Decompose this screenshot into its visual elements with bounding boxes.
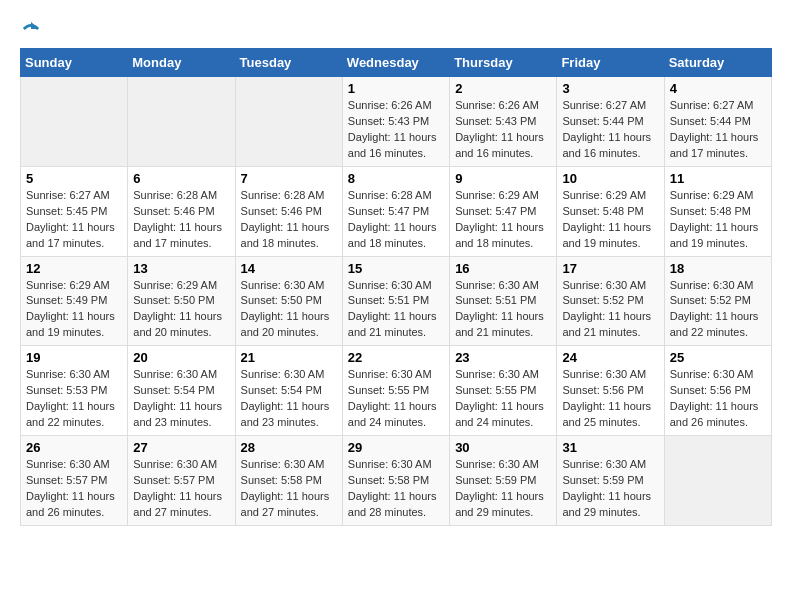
calendar-cell: 11Sunrise: 6:29 AMSunset: 5:48 PMDayligh… [664, 166, 771, 256]
day-info: Sunrise: 6:30 AMSunset: 5:50 PMDaylight:… [241, 278, 337, 342]
day-info: Sunrise: 6:30 AMSunset: 5:58 PMDaylight:… [241, 457, 337, 521]
day-number: 13 [133, 261, 229, 276]
day-info: Sunrise: 6:30 AMSunset: 5:59 PMDaylight:… [455, 457, 551, 521]
column-header-wednesday: Wednesday [342, 49, 449, 77]
calendar-cell: 4Sunrise: 6:27 AMSunset: 5:44 PMDaylight… [664, 77, 771, 167]
calendar-cell: 15Sunrise: 6:30 AMSunset: 5:51 PMDayligh… [342, 256, 449, 346]
day-number: 24 [562, 350, 658, 365]
calendar-cell: 30Sunrise: 6:30 AMSunset: 5:59 PMDayligh… [450, 436, 557, 526]
calendar-cell: 24Sunrise: 6:30 AMSunset: 5:56 PMDayligh… [557, 346, 664, 436]
day-number: 28 [241, 440, 337, 455]
day-number: 16 [455, 261, 551, 276]
day-info: Sunrise: 6:29 AMSunset: 5:48 PMDaylight:… [562, 188, 658, 252]
logo-icon [22, 20, 40, 38]
day-number: 6 [133, 171, 229, 186]
calendar-cell: 3Sunrise: 6:27 AMSunset: 5:44 PMDaylight… [557, 77, 664, 167]
calendar-cell: 13Sunrise: 6:29 AMSunset: 5:50 PMDayligh… [128, 256, 235, 346]
day-number: 4 [670, 81, 766, 96]
calendar-week-row: 19Sunrise: 6:30 AMSunset: 5:53 PMDayligh… [21, 346, 772, 436]
column-header-monday: Monday [128, 49, 235, 77]
calendar-header-row: SundayMondayTuesdayWednesdayThursdayFrid… [21, 49, 772, 77]
day-number: 31 [562, 440, 658, 455]
calendar-cell [235, 77, 342, 167]
day-number: 22 [348, 350, 444, 365]
day-info: Sunrise: 6:30 AMSunset: 5:56 PMDaylight:… [670, 367, 766, 431]
calendar-cell: 27Sunrise: 6:30 AMSunset: 5:57 PMDayligh… [128, 436, 235, 526]
calendar-cell: 10Sunrise: 6:29 AMSunset: 5:48 PMDayligh… [557, 166, 664, 256]
day-info: Sunrise: 6:30 AMSunset: 5:52 PMDaylight:… [670, 278, 766, 342]
day-number: 29 [348, 440, 444, 455]
calendar-cell: 5Sunrise: 6:27 AMSunset: 5:45 PMDaylight… [21, 166, 128, 256]
day-info: Sunrise: 6:30 AMSunset: 5:57 PMDaylight:… [133, 457, 229, 521]
calendar-cell: 26Sunrise: 6:30 AMSunset: 5:57 PMDayligh… [21, 436, 128, 526]
column-header-tuesday: Tuesday [235, 49, 342, 77]
calendar-cell: 31Sunrise: 6:30 AMSunset: 5:59 PMDayligh… [557, 436, 664, 526]
day-number: 5 [26, 171, 122, 186]
calendar-cell: 22Sunrise: 6:30 AMSunset: 5:55 PMDayligh… [342, 346, 449, 436]
day-number: 19 [26, 350, 122, 365]
day-number: 21 [241, 350, 337, 365]
calendar-cell: 12Sunrise: 6:29 AMSunset: 5:49 PMDayligh… [21, 256, 128, 346]
day-info: Sunrise: 6:26 AMSunset: 5:43 PMDaylight:… [348, 98, 444, 162]
day-info: Sunrise: 6:30 AMSunset: 5:55 PMDaylight:… [455, 367, 551, 431]
day-info: Sunrise: 6:30 AMSunset: 5:54 PMDaylight:… [133, 367, 229, 431]
day-info: Sunrise: 6:30 AMSunset: 5:51 PMDaylight:… [455, 278, 551, 342]
day-info: Sunrise: 6:30 AMSunset: 5:51 PMDaylight:… [348, 278, 444, 342]
day-info: Sunrise: 6:30 AMSunset: 5:52 PMDaylight:… [562, 278, 658, 342]
day-info: Sunrise: 6:26 AMSunset: 5:43 PMDaylight:… [455, 98, 551, 162]
day-number: 9 [455, 171, 551, 186]
day-info: Sunrise: 6:27 AMSunset: 5:44 PMDaylight:… [562, 98, 658, 162]
day-info: Sunrise: 6:29 AMSunset: 5:48 PMDaylight:… [670, 188, 766, 252]
day-number: 23 [455, 350, 551, 365]
calendar-cell: 19Sunrise: 6:30 AMSunset: 5:53 PMDayligh… [21, 346, 128, 436]
calendar-cell: 29Sunrise: 6:30 AMSunset: 5:58 PMDayligh… [342, 436, 449, 526]
day-number: 7 [241, 171, 337, 186]
calendar-cell: 23Sunrise: 6:30 AMSunset: 5:55 PMDayligh… [450, 346, 557, 436]
calendar-cell: 18Sunrise: 6:30 AMSunset: 5:52 PMDayligh… [664, 256, 771, 346]
day-number: 15 [348, 261, 444, 276]
logo [20, 20, 40, 38]
calendar-week-row: 1Sunrise: 6:26 AMSunset: 5:43 PMDaylight… [21, 77, 772, 167]
day-number: 10 [562, 171, 658, 186]
day-info: Sunrise: 6:27 AMSunset: 5:44 PMDaylight:… [670, 98, 766, 162]
calendar-week-row: 26Sunrise: 6:30 AMSunset: 5:57 PMDayligh… [21, 436, 772, 526]
day-info: Sunrise: 6:30 AMSunset: 5:54 PMDaylight:… [241, 367, 337, 431]
column-header-sunday: Sunday [21, 49, 128, 77]
calendar-cell: 1Sunrise: 6:26 AMSunset: 5:43 PMDaylight… [342, 77, 449, 167]
day-number: 20 [133, 350, 229, 365]
day-info: Sunrise: 6:29 AMSunset: 5:49 PMDaylight:… [26, 278, 122, 342]
day-number: 14 [241, 261, 337, 276]
day-info: Sunrise: 6:28 AMSunset: 5:46 PMDaylight:… [133, 188, 229, 252]
calendar-week-row: 5Sunrise: 6:27 AMSunset: 5:45 PMDaylight… [21, 166, 772, 256]
page-header [20, 20, 772, 38]
day-info: Sunrise: 6:30 AMSunset: 5:59 PMDaylight:… [562, 457, 658, 521]
calendar-cell [128, 77, 235, 167]
calendar-cell: 2Sunrise: 6:26 AMSunset: 5:43 PMDaylight… [450, 77, 557, 167]
calendar-cell: 21Sunrise: 6:30 AMSunset: 5:54 PMDayligh… [235, 346, 342, 436]
day-number: 27 [133, 440, 229, 455]
calendar-table: SundayMondayTuesdayWednesdayThursdayFrid… [20, 48, 772, 526]
calendar-cell: 7Sunrise: 6:28 AMSunset: 5:46 PMDaylight… [235, 166, 342, 256]
day-info: Sunrise: 6:29 AMSunset: 5:50 PMDaylight:… [133, 278, 229, 342]
day-info: Sunrise: 6:29 AMSunset: 5:47 PMDaylight:… [455, 188, 551, 252]
day-info: Sunrise: 6:30 AMSunset: 5:56 PMDaylight:… [562, 367, 658, 431]
calendar-cell: 17Sunrise: 6:30 AMSunset: 5:52 PMDayligh… [557, 256, 664, 346]
day-info: Sunrise: 6:28 AMSunset: 5:46 PMDaylight:… [241, 188, 337, 252]
calendar-cell: 20Sunrise: 6:30 AMSunset: 5:54 PMDayligh… [128, 346, 235, 436]
calendar-week-row: 12Sunrise: 6:29 AMSunset: 5:49 PMDayligh… [21, 256, 772, 346]
calendar-cell [664, 436, 771, 526]
calendar-cell: 8Sunrise: 6:28 AMSunset: 5:47 PMDaylight… [342, 166, 449, 256]
day-info: Sunrise: 6:30 AMSunset: 5:53 PMDaylight:… [26, 367, 122, 431]
day-info: Sunrise: 6:30 AMSunset: 5:58 PMDaylight:… [348, 457, 444, 521]
day-number: 30 [455, 440, 551, 455]
day-number: 26 [26, 440, 122, 455]
day-number: 2 [455, 81, 551, 96]
calendar-cell: 28Sunrise: 6:30 AMSunset: 5:58 PMDayligh… [235, 436, 342, 526]
day-number: 12 [26, 261, 122, 276]
column-header-friday: Friday [557, 49, 664, 77]
day-info: Sunrise: 6:28 AMSunset: 5:47 PMDaylight:… [348, 188, 444, 252]
day-number: 1 [348, 81, 444, 96]
day-number: 25 [670, 350, 766, 365]
day-number: 11 [670, 171, 766, 186]
calendar-cell: 6Sunrise: 6:28 AMSunset: 5:46 PMDaylight… [128, 166, 235, 256]
